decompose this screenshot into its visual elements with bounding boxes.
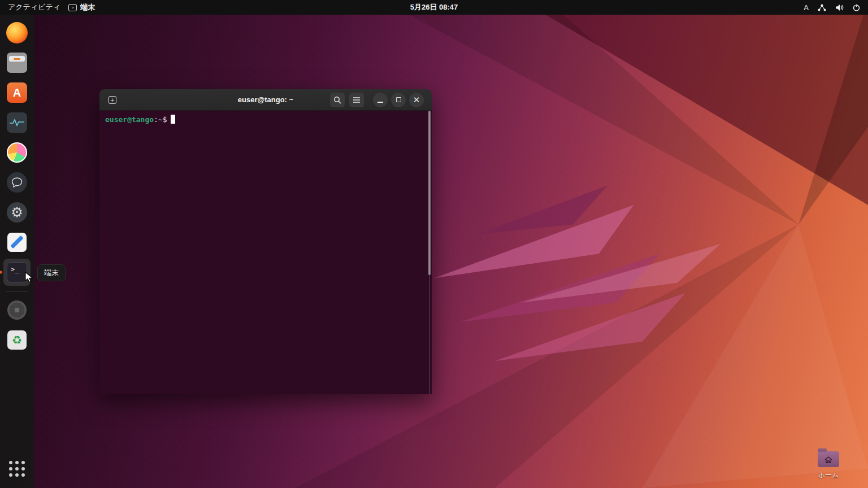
search-button[interactable]	[330, 93, 345, 107]
show-apps-button[interactable]	[3, 455, 31, 482]
dock-item-chat[interactable]	[3, 169, 31, 196]
dock-item-ubuntu-software[interactable]: A	[3, 79, 31, 106]
dock-tooltip: 端末	[37, 264, 66, 281]
close-button[interactable]: ✕	[409, 93, 424, 107]
home-folder-label: ホーム	[810, 470, 847, 480]
app-grid-icon	[9, 461, 25, 477]
dock-item-usage-pie[interactable]	[3, 139, 31, 166]
files-icon	[7, 53, 27, 73]
prompt-symbol: $	[163, 115, 167, 124]
terminal-app-icon: >	[68, 4, 77, 11]
terminal-body[interactable]: euser@tango : ~ $	[99, 111, 432, 394]
terminal-prompt-line: euser@tango : ~ $	[105, 115, 426, 124]
scrollbar-thumb[interactable]	[428, 111, 431, 275]
prompt-user: euser@tango	[105, 115, 154, 124]
dock-item-settings[interactable]: ⚙	[3, 199, 31, 226]
pie-chart-icon	[7, 142, 27, 163]
menu-button[interactable]	[349, 93, 364, 107]
focused-app-menu[interactable]: > 端末	[68, 2, 95, 12]
gear-icon: ⚙	[7, 202, 27, 223]
minimize-button[interactable]	[373, 93, 388, 107]
activities-button[interactable]: アクティビティ	[8, 2, 60, 12]
minimize-icon	[377, 102, 383, 103]
dock-item-software-updater[interactable]: ♻	[3, 326, 31, 354]
dock-item-terminal[interactable]: >_	[3, 259, 31, 286]
ubuntu-software-icon: A	[7, 82, 27, 103]
dock-item-firefox[interactable]	[3, 19, 31, 46]
dock-item-text-editor[interactable]	[3, 229, 31, 256]
firefox-icon	[6, 22, 28, 43]
pencil-icon	[7, 233, 27, 252]
new-tab-icon: +	[108, 96, 116, 104]
search-icon	[333, 96, 341, 104]
terminal-window: euser@tango: ~ + ✕ euser	[99, 89, 432, 394]
system-monitor-icon	[7, 112, 27, 133]
close-icon: ✕	[413, 95, 420, 104]
prompt-separator: :	[154, 115, 158, 124]
dock-separator	[6, 291, 28, 291]
terminal-cursor	[171, 115, 175, 124]
terminal-header-bar[interactable]: euser@tango: ~ + ✕	[99, 89, 432, 111]
maximize-icon	[396, 97, 401, 102]
input-method-indicator[interactable]: A	[804, 3, 809, 12]
disk-icon	[7, 300, 27, 320]
volume-icon[interactable]	[835, 4, 844, 11]
dock-item-disks[interactable]	[3, 297, 31, 324]
chat-bubble-icon	[7, 172, 27, 193]
house-icon	[824, 456, 833, 464]
clock-button[interactable]: 5月26日 08:47	[410, 2, 458, 12]
terminal-scrollbar[interactable]	[426, 111, 432, 394]
dock: A ⚙ >_ ♻	[0, 15, 34, 488]
hamburger-icon	[353, 97, 361, 103]
new-tab-button[interactable]: +	[105, 93, 120, 107]
power-icon[interactable]	[853, 4, 860, 11]
focused-app-name: 端末	[80, 2, 95, 12]
prompt-path: ~	[158, 115, 163, 124]
recycle-icon: ♻	[7, 330, 27, 350]
network-icon[interactable]	[818, 4, 826, 11]
desktop-home-folder[interactable]: ホーム	[810, 451, 847, 480]
top-bar: アクティビティ > 端末 5月26日 08:47 A	[0, 0, 868, 15]
dock-item-files[interactable]	[3, 49, 31, 76]
dock-item-system-monitor[interactable]	[3, 109, 31, 136]
terminal-icon: >_	[7, 262, 27, 282]
home-folder-icon	[818, 451, 839, 467]
maximize-button[interactable]	[391, 93, 406, 107]
